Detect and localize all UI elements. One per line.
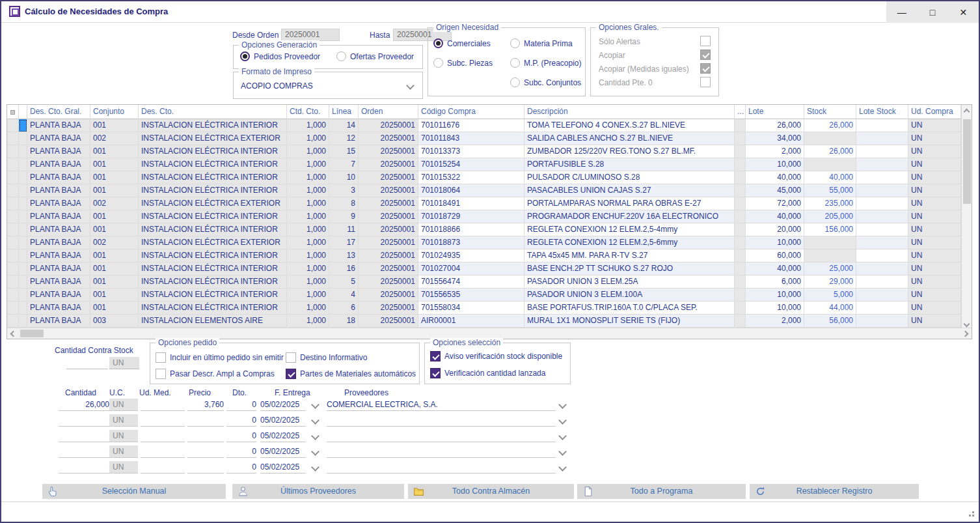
- row-selector-cell[interactable]: [19, 197, 27, 210]
- vertical-scroll-thumb[interactable]: [963, 119, 971, 204]
- cell-lote[interactable]: 10,000: [746, 289, 804, 302]
- f-entrega-input[interactable]: 05/02/2025: [260, 430, 306, 442]
- cell-lote[interactable]: 45,000: [746, 184, 804, 197]
- ud-med-input[interactable]: [141, 414, 185, 427]
- row-selector-cell[interactable]: [19, 276, 27, 289]
- cell-lote[interactable]: 2,000: [746, 145, 804, 158]
- checkbox-icon[interactable]: [156, 352, 166, 363]
- table-row[interactable]: PLANTA BAJA 001 INSTALACION ELÉCTRICA IN…: [7, 289, 961, 302]
- column-header-codigo-compra[interactable]: Código Compra: [418, 105, 524, 119]
- checkbox-icon[interactable]: [700, 36, 711, 46]
- cell-lote[interactable]: 34,000: [746, 132, 804, 145]
- cell-ellipsis[interactable]: [735, 315, 746, 328]
- close-button[interactable]: ✕: [948, 1, 979, 23]
- checkbox-icon[interactable]: [156, 369, 166, 379]
- radio-materia-prima[interactable]: Materia Prima: [510, 38, 573, 48]
- cell-lote[interactable]: 40,000: [746, 210, 804, 223]
- precio-input[interactable]: [187, 461, 224, 474]
- column-header-conjunto[interactable]: Conjunto: [90, 105, 139, 119]
- row-selector-cell[interactable]: [19, 236, 27, 249]
- calendar-chevron-icon[interactable]: [311, 416, 320, 425]
- proveedor-select[interactable]: COMERCIAL ELECTRICA, S.A.: [327, 399, 556, 411]
- column-header-ellipsis[interactable]: ...: [735, 105, 746, 119]
- cell-ellipsis[interactable]: [735, 184, 746, 197]
- row-selector-cell[interactable]: [19, 223, 27, 236]
- proveedor-select[interactable]: [327, 430, 556, 442]
- checkbox-icon[interactable]: [430, 351, 441, 361]
- column-header-ud-compra[interactable]: Ud. Compra: [908, 105, 961, 119]
- desde-orden-input[interactable]: 20250001: [281, 29, 340, 41]
- scroll-down-icon[interactable]: [964, 321, 970, 328]
- dto-input[interactable]: 0: [226, 414, 256, 427]
- checkbox-icon[interactable]: [700, 49, 711, 60]
- row-selector-cell[interactable]: [19, 249, 27, 262]
- resize-grip[interactable]: [972, 515, 974, 516]
- radio-comerciales[interactable]: Comerciales: [433, 38, 491, 48]
- proveedor-select[interactable]: [327, 461, 556, 474]
- horizontal-scrollbar[interactable]: [7, 328, 972, 339]
- scroll-up-icon[interactable]: [964, 109, 970, 115]
- checkbox-incluir-ultimo-pedido[interactable]: Incluir en último pedido sin emitir: [156, 352, 284, 363]
- cantidad-input[interactable]: [59, 445, 109, 458]
- column-header-ctd-cto[interactable]: Ctd. Cto.: [287, 105, 329, 119]
- checkbox-verificacion-cantidad-lanzada[interactable]: Verificación cantidad lanzada: [430, 368, 545, 378]
- ud-med-input[interactable]: [141, 399, 185, 411]
- radio-subc-conjuntos[interactable]: Subc. Conjuntos: [510, 78, 581, 87]
- cell-ellipsis[interactable]: [735, 145, 746, 158]
- ud-med-input[interactable]: [141, 445, 185, 458]
- cell-lote[interactable]: 10,000: [746, 158, 804, 171]
- table-row[interactable]: PLANTA BAJA 001 INSTALACION ELÉCTRICA IN…: [7, 145, 961, 158]
- minimize-button[interactable]: —: [886, 1, 917, 23]
- vertical-scrollbar[interactable]: [961, 105, 972, 328]
- select-all-header-cell[interactable]: [7, 105, 19, 119]
- checkbox-icon[interactable]: [286, 352, 296, 363]
- formato-impreso-select[interactable]: ACOPIO COMPRAS: [241, 81, 313, 91]
- precio-input[interactable]: [187, 430, 224, 442]
- row-selector-cell[interactable]: [19, 119, 27, 132]
- column-header-lote[interactable]: Lote: [746, 105, 804, 119]
- calendar-chevron-icon[interactable]: [311, 447, 320, 456]
- cell-lote[interactable]: 26,000: [746, 119, 804, 132]
- cantidad-input[interactable]: 26,000: [59, 399, 109, 411]
- column-header-stock[interactable]: Stock: [804, 105, 856, 119]
- proveedor-chevron-icon[interactable]: [558, 432, 567, 440]
- checkbox-icon[interactable]: [286, 369, 296, 379]
- radio-pedidos-proveedor[interactable]: Pedidos Proveedor: [240, 51, 320, 61]
- proveedor-chevron-icon[interactable]: [558, 463, 567, 472]
- table-row[interactable]: PLANTA BAJA 002 INSTALACION ELÉCTRICA EX…: [7, 236, 961, 249]
- cell-lote[interactable]: 60,000: [746, 249, 804, 262]
- column-header-linea[interactable]: Línea: [329, 105, 359, 119]
- row-selector-cell[interactable]: [19, 315, 27, 328]
- ud-med-input[interactable]: [141, 430, 185, 442]
- row-selector-cell[interactable]: [19, 145, 27, 158]
- proveedor-chevron-icon[interactable]: [558, 447, 567, 456]
- row-selector-cell[interactable]: [19, 184, 27, 197]
- proveedor-select[interactable]: [327, 414, 556, 427]
- precio-input[interactable]: 3,760: [187, 399, 224, 411]
- table-row[interactable]: PLANTA BAJA 001 INSTALACION ELÉCTRICA IN…: [7, 276, 961, 289]
- table-row[interactable]: PLANTA BAJA 001 INSTALACION ELÉCTRICA IN…: [7, 158, 961, 171]
- table-row[interactable]: PLANTA BAJA 001 INSTALACION ELÉCTRICA IN…: [7, 119, 961, 132]
- scroll-left-icon[interactable]: [10, 331, 17, 337]
- cell-ellipsis[interactable]: [735, 223, 746, 236]
- checkbox-icon[interactable]: [700, 63, 711, 74]
- calendar-chevron-icon[interactable]: [311, 463, 320, 472]
- cell-ellipsis[interactable]: [735, 197, 746, 210]
- table-row[interactable]: PLANTA BAJA 002 INSTALACION ELÉCTRICA EX…: [7, 197, 961, 210]
- dto-input[interactable]: 0: [226, 399, 256, 411]
- maximize-button[interactable]: □: [917, 1, 947, 23]
- column-header-lote-stock[interactable]: Lote Stock: [856, 105, 908, 119]
- column-header-des-cto[interactable]: Des. Cto.: [139, 105, 287, 119]
- horizontal-scroll-thumb[interactable]: [20, 330, 44, 337]
- precio-input[interactable]: [187, 414, 224, 427]
- cantidad-input[interactable]: [59, 414, 109, 427]
- column-header-orden[interactable]: Orden: [359, 105, 418, 119]
- checkbox-cantidad-pte-0[interactable]: Cantidad Pte. 0: [599, 78, 711, 87]
- row-selector-cell[interactable]: [19, 210, 27, 223]
- dto-input[interactable]: 0: [226, 461, 256, 474]
- checkbox-aviso-verificacion-stock[interactable]: Aviso verificación stock disponible: [430, 351, 562, 361]
- dto-input[interactable]: 0: [226, 430, 256, 442]
- cell-ellipsis[interactable]: [735, 171, 746, 184]
- proveedor-chevron-icon[interactable]: [558, 401, 567, 409]
- calendar-chevron-icon[interactable]: [311, 401, 320, 409]
